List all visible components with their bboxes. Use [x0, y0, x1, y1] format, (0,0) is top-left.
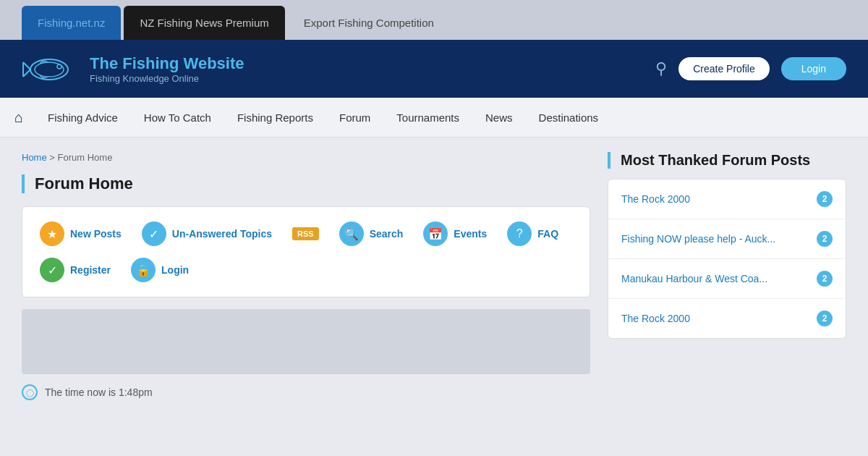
breadcrumb-current: Forum Home: [58, 152, 113, 163]
events-label: Events: [454, 228, 487, 240]
search-action[interactable]: 🔍 Search: [339, 221, 404, 246]
create-profile-button[interactable]: Create Profile: [678, 57, 770, 80]
time-text: The time now is 1:48pm: [45, 387, 153, 398]
breadcrumb-separator: >: [49, 152, 55, 163]
nav-forum[interactable]: Forum: [326, 111, 383, 124]
events-action[interactable]: 📅 Events: [423, 221, 487, 246]
tab-fishing-net-label: Fishing.net.nz: [38, 17, 105, 29]
new-posts-label: New Posts: [70, 228, 122, 240]
nav-news[interactable]: News: [472, 111, 526, 124]
new-posts-action[interactable]: ★ New Posts: [40, 221, 122, 246]
login-forum-label: Login: [161, 264, 189, 276]
header-right: ⚲ Create Profile Login: [655, 57, 846, 80]
thanked-item-2[interactable]: Manukau Harbour & West Coa... 2: [608, 259, 846, 299]
thanked-item-3-text: The Rock 2000: [621, 313, 690, 324]
thanked-item-3[interactable]: The Rock 2000 2: [608, 299, 846, 338]
actions-row-2: ✓ Register 🔒 Login: [40, 258, 572, 282]
search-icon-button[interactable]: ⚲: [655, 59, 667, 78]
thanked-item-0-text: The Rock 2000: [621, 193, 690, 205]
faq-label: FAQ: [537, 228, 558, 240]
logo-text: The Fishing Website Fishing Knowledge On…: [90, 54, 244, 84]
register-action[interactable]: ✓ Register: [40, 258, 111, 282]
thanked-item-2-text: Manukau Harbour & West Coa...: [621, 273, 767, 284]
faq-icon: ?: [507, 221, 532, 246]
svg-point-2: [57, 64, 61, 69]
page-title: Forum Home: [22, 174, 590, 193]
tab-export-label: Export Fishing Competition: [304, 17, 434, 29]
thanked-item-1-badge: 2: [817, 231, 833, 247]
unanswered-icon: ✓: [142, 221, 166, 246]
forum-actions-box: ★ New Posts ✓ Un-Answered Topics RSS 🔍 S…: [22, 206, 590, 297]
site-header: The Fishing Website Fishing Knowledge On…: [0, 40, 868, 98]
clock-icon: ◯: [22, 384, 38, 400]
star-icon: ★: [40, 221, 64, 246]
faq-action[interactable]: ? FAQ: [507, 221, 558, 246]
tab-export[interactable]: Export Fishing Competition: [288, 6, 450, 40]
login-button[interactable]: Login: [781, 57, 846, 80]
svg-line-3: [23, 62, 30, 69]
thanked-item-3-badge: 2: [817, 311, 833, 326]
main-content: Home > Forum Home Forum Home ★ New Posts…: [0, 138, 868, 415]
ad-placeholder: [22, 309, 590, 374]
time-row: ◯ The time now is 1:48pm: [22, 384, 590, 400]
register-icon: ✓: [40, 258, 64, 282]
thanked-item-0[interactable]: The Rock 2000 2: [608, 180, 846, 219]
main-nav: ⌂ Fishing Advice How To Catch Fishing Re…: [0, 98, 868, 138]
search-label: Search: [370, 228, 404, 240]
tab-nz-news[interactable]: NZ Fishing News Premium: [124, 6, 284, 40]
unanswered-label: Un-Answered Topics: [172, 228, 272, 240]
svg-line-4: [23, 69, 30, 77]
actions-row-1: ★ New Posts ✓ Un-Answered Topics RSS 🔍 S…: [40, 221, 572, 246]
logo-area: The Fishing Website Fishing Knowledge On…: [22, 49, 244, 89]
thanked-item-0-badge: 2: [817, 191, 833, 207]
site-subtitle: Fishing Knowledge Online: [90, 73, 244, 84]
unanswered-action[interactable]: ✓ Un-Answered Topics: [142, 221, 272, 246]
nav-tournaments[interactable]: Tournaments: [383, 111, 472, 124]
nav-home-icon[interactable]: ⌂: [14, 109, 23, 126]
search-action-icon: 🔍: [339, 221, 364, 246]
breadcrumb-home[interactable]: Home: [22, 152, 47, 163]
register-label: Register: [70, 264, 111, 276]
nav-destinations[interactable]: Destinations: [526, 111, 612, 124]
most-thanked-title: Most Thanked Forum Posts: [608, 152, 846, 169]
left-panel: Home > Forum Home Forum Home ★ New Posts…: [22, 152, 590, 400]
breadcrumb: Home > Forum Home: [22, 152, 590, 163]
rss-badge: RSS: [292, 227, 319, 240]
rss-action[interactable]: RSS: [292, 227, 319, 240]
thanked-list: The Rock 2000 2 Fishing NOW please help …: [608, 179, 846, 339]
events-icon: 📅: [423, 221, 448, 246]
nav-fishing-advice[interactable]: Fishing Advice: [35, 111, 131, 124]
logo-fish-icon: [22, 49, 80, 89]
site-title: The Fishing Website: [90, 54, 244, 73]
tab-nz-news-label: NZ Fishing News Premium: [140, 17, 268, 29]
thanked-item-2-badge: 2: [817, 271, 833, 287]
right-panel: Most Thanked Forum Posts The Rock 2000 2…: [608, 152, 846, 400]
login-forum-action[interactable]: 🔒 Login: [131, 258, 189, 282]
tab-fishing-net[interactable]: Fishing.net.nz: [22, 6, 121, 40]
thanked-item-1[interactable]: Fishing NOW please help - Auck... 2: [608, 219, 846, 259]
lock-icon: 🔒: [131, 258, 156, 282]
nav-how-to-catch[interactable]: How To Catch: [131, 111, 224, 124]
nav-fishing-reports[interactable]: Fishing Reports: [224, 111, 326, 124]
thanked-item-1-text: Fishing NOW please help - Auck...: [621, 233, 775, 245]
